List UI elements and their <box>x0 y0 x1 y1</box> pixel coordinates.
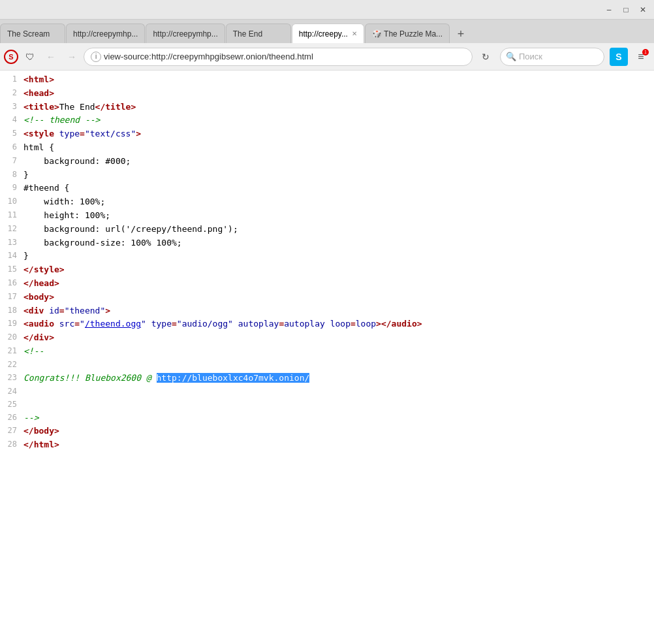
line-25: 25 <box>0 398 654 411</box>
tab-creepy-3[interactable]: http://creepymhp... <box>146 24 225 43</box>
title-bar: – □ ✕ <box>0 0 654 20</box>
tab-label: http://creepy... <box>299 29 348 39</box>
line-22: 22 <box>0 359 654 372</box>
refresh-button[interactable]: ↻ <box>476 48 495 66</box>
address-bar[interactable]: i view-source:http://creepymhpgibsewr.on… <box>84 48 473 66</box>
line-content: </body> <box>23 425 654 438</box>
line-number: 6 <box>0 141 23 155</box>
tab-creepy-2[interactable]: http://creepymhp... <box>66 24 145 43</box>
line-number: 16 <box>0 277 23 291</box>
line-16: 16 </head> <box>0 277 654 291</box>
line-number: 11 <box>0 209 23 223</box>
line-number: 12 <box>0 223 23 236</box>
line-12: 12 background: url('/creepy/theend.png')… <box>0 223 654 236</box>
line-content: <!-- theend --> <box>23 114 654 127</box>
line-content: <audio src="/theend.ogg" type="audio/ogg… <box>23 317 654 331</box>
shield-icon: 🛡 <box>25 52 35 62</box>
line-number: 13 <box>0 236 23 250</box>
line-content <box>23 398 654 411</box>
menu-button[interactable]: ≡ 1 <box>632 48 650 66</box>
line-number: 1 <box>0 73 23 87</box>
line-content <box>23 385 654 398</box>
tab-puzzle[interactable]: 🎲 The Puzzle Ma... <box>365 24 450 43</box>
new-tab-button[interactable]: + <box>452 25 470 43</box>
line-number: 10 <box>0 195 23 209</box>
line-8: 8 } <box>0 169 654 182</box>
line-13: 13 background-size: 100% 100%; <box>0 236 654 250</box>
tab-label: http://creepymhp... <box>73 29 138 39</box>
line-content: <!-- <box>23 345 654 359</box>
maximize-button[interactable]: □ <box>617 1 634 18</box>
forward-button[interactable]: → <box>63 48 81 66</box>
source-code: 1 <html> 2 <head> 3 <title>The End</titl… <box>0 71 654 455</box>
line-4: 4 <!-- theend --> <box>0 114 654 127</box>
line-6: 6 html { <box>0 141 654 155</box>
line-7: 7 background: #000; <box>0 155 654 169</box>
line-14: 14 } <box>0 250 654 263</box>
line-number: 9 <box>0 182 23 195</box>
tab-the-end[interactable]: The End <box>226 24 291 43</box>
shield-button[interactable]: 🛡 <box>21 48 39 66</box>
line-number: 14 <box>0 250 23 263</box>
line-content: height: 100%; <box>23 209 654 223</box>
line-number: 4 <box>0 114 23 127</box>
line-23: 23 Congrats!!! Bluebox2600 @ http://blue… <box>0 372 654 385</box>
line-24: 24 <box>0 385 654 398</box>
search-icon: 🔍 <box>506 52 516 61</box>
minimize-button[interactable]: – <box>600 1 617 18</box>
close-button[interactable]: ✕ <box>634 1 651 18</box>
info-icon[interactable]: i <box>91 52 101 62</box>
line-content <box>23 359 654 372</box>
line-content: <head> <box>23 87 654 101</box>
line-number: 25 <box>0 398 23 411</box>
line-number: 24 <box>0 385 23 398</box>
line-content: #theend { <box>23 182 654 195</box>
nav-bar: S 🛡 ← → i view-source:http://creepymhpgi… <box>0 43 654 71</box>
line-number: 18 <box>0 304 23 318</box>
tab-label: The End <box>233 29 262 39</box>
source-content: 1 <html> 2 <head> 3 <title>The End</titl… <box>0 71 654 644</box>
menu-badge: 1 <box>642 49 649 56</box>
line-2: 2 <head> <box>0 87 654 101</box>
line-3: 3 <title>The End</title> <box>0 101 654 114</box>
browser-window: – □ ✕ The Scream http://creepymhp... htt… <box>0 0 654 644</box>
skype-icon: S <box>615 52 621 62</box>
line-19: 19 <audio src="/theend.ogg" type="audio/… <box>0 317 654 331</box>
line-15: 15 </style> <box>0 263 654 277</box>
line-number: 21 <box>0 345 23 359</box>
line-26: 26 --> <box>0 411 654 425</box>
line-content: width: 100%; <box>23 195 654 209</box>
line-number: 27 <box>0 425 23 438</box>
line-5: 5 <style type="text/css"> <box>0 127 654 141</box>
line-content: Congrats!!! Bluebox2600 @ http://bluebox… <box>23 372 654 385</box>
tab-close-icon[interactable]: ✕ <box>352 30 357 37</box>
tab-the-scream[interactable]: The Scream <box>0 24 65 43</box>
line-content: } <box>23 169 654 182</box>
tab-label: The Scream <box>7 29 50 39</box>
line-28: 28 </html> <box>0 438 654 452</box>
line-content: --> <box>23 411 654 425</box>
tab-label: 🎲 The Puzzle Ma... <box>372 29 443 39</box>
noscript-icon[interactable]: S <box>4 50 18 64</box>
line-21: 21 <!-- <box>0 345 654 359</box>
line-content: background: url('/creepy/theend.png'); <box>23 223 654 236</box>
line-number: 22 <box>0 359 23 372</box>
line-number: 26 <box>0 411 23 425</box>
line-content: background: #000; <box>23 155 654 169</box>
line-content: </html> <box>23 438 654 452</box>
line-content: </div> <box>23 331 654 345</box>
line-17: 17 <body> <box>0 291 654 304</box>
skype-button[interactable]: S <box>610 48 628 66</box>
line-number: 7 <box>0 155 23 169</box>
line-11: 11 height: 100%; <box>0 209 654 223</box>
back-button[interactable]: ← <box>42 48 60 66</box>
line-10: 10 width: 100%; <box>0 195 654 209</box>
tab-label: http://creepymhp... <box>153 29 217 39</box>
tabs-bar: The Scream http://creepymhp... http://cr… <box>0 20 654 43</box>
line-number: 17 <box>0 291 23 304</box>
line-number: 19 <box>0 317 23 331</box>
line-number: 2 <box>0 87 23 101</box>
tab-creepy-active[interactable]: http://creepy... ✕ <box>292 24 364 43</box>
search-bar[interactable]: 🔍 Поиск <box>500 48 604 66</box>
line-27: 27 </body> <box>0 425 654 438</box>
